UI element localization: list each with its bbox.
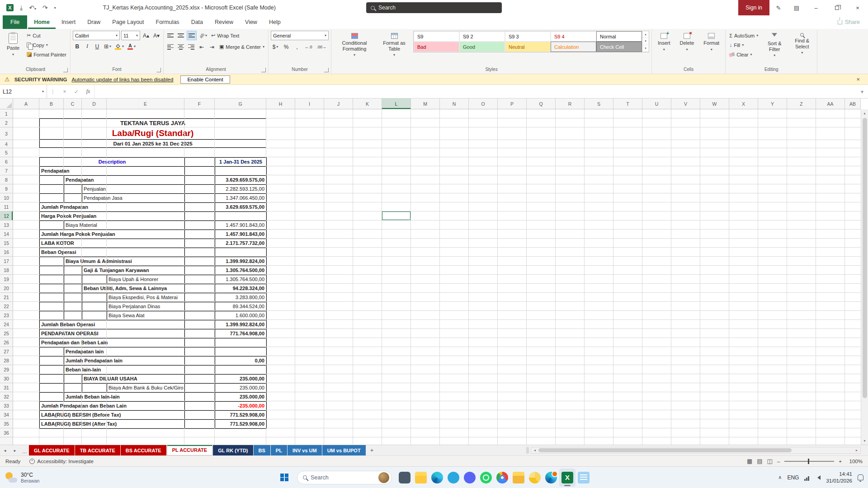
column-header-F[interactable]: F	[184, 99, 215, 109]
row-header-34[interactable]: 34	[0, 410, 13, 419]
pen-icon[interactable]: ✎	[769, 0, 788, 15]
percent-style-button[interactable]: %	[282, 42, 291, 52]
scroll-up-icon[interactable]: ▴	[861, 109, 868, 117]
autosum-button[interactable]: ΣAutoSum▾	[728, 31, 760, 40]
column-header-U[interactable]: U	[642, 99, 671, 109]
taskbar-icon-excel[interactable]: X	[559, 469, 576, 487]
ribbon-tab-formulas[interactable]: Formulas	[150, 15, 185, 29]
column-header-R[interactable]: R	[556, 99, 585, 109]
row-header-32[interactable]: 32	[0, 392, 13, 401]
row-header-24[interactable]: 24	[0, 320, 13, 329]
row-header-36[interactable]: 36	[0, 428, 13, 437]
selected-cell[interactable]	[382, 211, 411, 221]
sheet-tab-bs[interactable]: BS	[254, 445, 270, 455]
sheet-tab-bs-accurate[interactable]: BS ACCURATE	[121, 445, 166, 455]
column-header-K[interactable]: K	[353, 99, 382, 109]
row-header-11[interactable]: 11	[0, 202, 13, 211]
sheet-nav-left-icon[interactable]: ◂	[0, 445, 10, 455]
column-header-G[interactable]: G	[215, 99, 266, 109]
cut-button[interactable]: ✂ Cut	[25, 31, 68, 40]
ribbon-tab-data[interactable]: Data	[185, 15, 209, 29]
increase-decimal-button[interactable]: ←.0	[303, 42, 314, 52]
row-header-35[interactable]: 35	[0, 419, 13, 428]
column-header-N[interactable]: N	[440, 99, 469, 109]
column-header-B[interactable]: B	[39, 99, 64, 109]
close-button[interactable]: ×	[847, 0, 868, 15]
column-header-I[interactable]: I	[295, 99, 324, 109]
taskbar-icon-chrome[interactable]	[494, 469, 510, 487]
column-header-L[interactable]: L	[382, 99, 411, 109]
customize-qat-icon[interactable]: ▾	[54, 6, 56, 10]
row-header-14[interactable]: 14	[0, 230, 13, 239]
conditional-formatting-button[interactable]: Conditional Formatting ▾	[334, 31, 375, 59]
ribbon-tab-insert[interactable]: Insert	[56, 15, 81, 29]
taskbar-icon-notepad[interactable]	[576, 469, 592, 487]
taskbar-icon-discord[interactable]	[462, 469, 478, 487]
sort-filter-button[interactable]: Sort & Filter ▾	[762, 31, 787, 60]
enable-content-button[interactable]: Enable Content	[180, 75, 230, 84]
font-dialog-launcher[interactable]	[156, 68, 161, 72]
decrease-indent-button[interactable]: ⇤	[197, 42, 206, 52]
column-header-W[interactable]: W	[700, 99, 729, 109]
sheet-tab-tb-accurate[interactable]: TB ACCURATE	[75, 445, 120, 455]
zoom-level[interactable]: 100%	[846, 459, 863, 464]
alignment-dialog-launcher[interactable]	[261, 68, 266, 72]
row-header-23[interactable]: 23	[0, 311, 13, 320]
row-header-15[interactable]: 15	[0, 239, 13, 248]
top-align-button[interactable]	[166, 31, 175, 40]
confirm-entry-icon[interactable]: ✓	[71, 85, 82, 98]
align-right-button[interactable]	[187, 42, 196, 52]
styles-scroll-down-icon[interactable]: ▾	[642, 38, 649, 45]
format-cells-button[interactable]: Format▾	[700, 31, 723, 54]
row-header-3[interactable]: 3	[0, 127, 13, 140]
cell-style-bad[interactable]: Bad	[414, 42, 459, 52]
sheet-tab-pl[interactable]: PL	[271, 445, 287, 455]
column-header-AB[interactable]: AB	[845, 99, 861, 109]
column-header-AA[interactable]: AA	[816, 99, 845, 109]
row-header-29[interactable]: 29	[0, 365, 13, 374]
scroll-right-icon[interactable]: ▸	[853, 448, 860, 452]
wrap-text-button[interactable]: ↩Wrap Text	[210, 31, 241, 40]
cell-style-normal[interactable]: Normal	[596, 31, 642, 42]
ribbon-tab-draw[interactable]: Draw	[81, 15, 106, 29]
ribbon-tab-page-layout[interactable]: Page Layout	[106, 15, 150, 29]
taskbar-icon-folder[interactable]	[510, 469, 527, 487]
zoom-out-icon[interactable]: –	[777, 459, 780, 464]
cell-style-good[interactable]: Good	[459, 42, 505, 52]
accessibility-button[interactable]: Accessibility: Investigate	[29, 459, 94, 464]
cell-style-s9[interactable]: S9	[414, 31, 459, 42]
align-left-button[interactable]	[166, 42, 175, 52]
zoom-slider-thumb[interactable]	[808, 459, 809, 464]
cancel-entry-icon[interactable]: ×	[59, 85, 71, 98]
column-header-T[interactable]: T	[613, 99, 642, 109]
column-header-Y[interactable]: Y	[758, 99, 787, 109]
sheet-tab-gl-accurate[interactable]: GL ACCURATE	[29, 445, 75, 455]
taskbar-weather-widget[interactable]: 30°CBerawan	[5, 472, 39, 483]
ribbon-tab-review[interactable]: Review	[209, 15, 239, 29]
row-header-19[interactable]: 19	[0, 275, 13, 284]
borders-button[interactable]: ⊞▾	[103, 42, 113, 51]
column-header-Q[interactable]: Q	[527, 99, 556, 109]
number-format-combo[interactable]: General ▾	[271, 31, 329, 40]
orientation-button[interactable]: ab▾	[198, 31, 208, 40]
decrease-decimal-button[interactable]: .00→	[316, 42, 328, 52]
row-header-28[interactable]: 28	[0, 356, 13, 365]
row-header-25[interactable]: 25	[0, 329, 13, 338]
row-header-10[interactable]: 10	[0, 193, 13, 202]
bottom-align-button[interactable]	[187, 31, 197, 40]
column-header-X[interactable]: X	[729, 99, 758, 109]
format-as-table-button[interactable]: Format as Table ▾	[377, 31, 411, 59]
increase-indent-button[interactable]: ⇥	[208, 42, 217, 52]
redo-icon[interactable]: ↷	[42, 4, 48, 11]
ribbon-tab-home[interactable]: Home	[28, 15, 56, 29]
cell-style-s9-2[interactable]: S9 2	[459, 31, 505, 42]
row-header-1[interactable]: 1	[0, 109, 13, 118]
column-header-V[interactable]: V	[671, 99, 700, 109]
tab-split-handle[interactable]	[526, 447, 529, 454]
page-layout-view-icon[interactable]: ▤	[757, 458, 762, 465]
font-color-button[interactable]: A▾	[126, 42, 137, 51]
sheet-nav-right-icon[interactable]: ▸	[10, 445, 20, 455]
cell-style-calculation[interactable]: Calculation	[551, 42, 596, 52]
minimize-button[interactable]: –	[806, 0, 826, 15]
column-header-O[interactable]: O	[469, 99, 498, 109]
